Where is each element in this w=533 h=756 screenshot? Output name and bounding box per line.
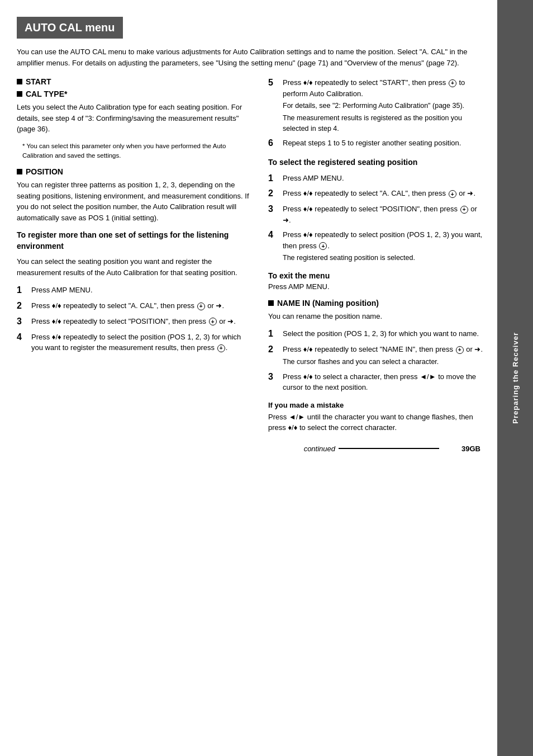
cal-type-square-icon <box>17 91 22 97</box>
name-in-square-icon <box>268 300 274 306</box>
col-left: START CAL TYPE* Lets you select the Auto… <box>17 77 251 433</box>
position-square-icon <box>17 169 22 174</box>
step-item: 4 Press ♦/♦ repeatedly to select positio… <box>268 229 486 263</box>
name-in-heading: NAME IN (Naming position) <box>268 299 486 308</box>
page-title: AUTO CAL menu <box>17 17 123 39</box>
register-more-steps-right: 5 Press ♦/♦ repeatedly to select "START"… <box>268 77 486 149</box>
step-item: 5 Press ♦/♦ repeatedly to select "START"… <box>268 77 486 134</box>
step-item: 1 Select the position (POS 1, 2, 3) for … <box>268 328 486 340</box>
intro-paragraph: You can use the AUTO CAL menu to make va… <box>17 46 486 68</box>
exit-menu-heading: To exit the menu <box>268 271 486 280</box>
sidebar-label: Preparing the Receiver <box>511 332 520 424</box>
circle-plus-icon: + <box>460 206 468 214</box>
if-mistake-heading: If you made a mistake <box>268 401 486 409</box>
register-more-steps: 1 Press AMP MENU. 2 Press ♦/♦ repeatedly… <box>17 285 251 353</box>
step-item: 2 Press ♦/♦ repeatedly to select "A. CAL… <box>268 188 486 200</box>
main-content: AUTO CAL menu You can use the AUTO CAL m… <box>0 0 497 756</box>
page-number: 39GB <box>461 445 480 453</box>
register-more-heading: To register more than one set of setting… <box>17 230 251 252</box>
step-item: 2 Press ♦/♦ repeatedly to select "NAME I… <box>268 344 486 367</box>
continued-line <box>339 448 439 449</box>
if-mistake-body: Press ◄/► until the character you want t… <box>268 412 486 433</box>
continued-text: continued <box>304 445 335 453</box>
position-heading: POSITION <box>17 167 251 176</box>
two-col-layout: START CAL TYPE* Lets you select the Auto… <box>17 77 486 433</box>
circle-plus-icon: + <box>217 344 225 352</box>
sidebar: Preparing the Receiver <box>497 0 533 756</box>
step-item: 3 Press ♦/♦ repeatedly to select "POSITI… <box>268 204 486 225</box>
start-heading: START <box>17 77 251 86</box>
circle-plus-icon: + <box>456 346 464 354</box>
register-more-intro: You can select the seating position you … <box>17 256 251 278</box>
step-item: 1 Press AMP MENU. <box>268 173 486 185</box>
continued-row: continued 39GB <box>17 445 486 453</box>
step-item: 6 Repeat steps 1 to 5 to register anothe… <box>268 138 486 149</box>
select-registered-heading: To select the registered seating positio… <box>268 157 486 168</box>
circle-plus-icon: + <box>319 242 327 250</box>
step-item: 3 Press ♦/♦ to select a character, then … <box>268 371 486 393</box>
exit-menu-body: Press AMP MENU. <box>268 282 486 291</box>
cal-type-footnote: * You can select this parameter only whe… <box>17 141 251 161</box>
select-registered-steps: 1 Press AMP MENU. 2 Press ♦/♦ repeatedly… <box>268 173 486 263</box>
circle-plus-icon: + <box>209 318 217 325</box>
step-item: 2 Press ♦/♦ repeatedly to select "A. CAL… <box>17 300 251 312</box>
name-in-intro: You can rename the position name. <box>268 311 486 322</box>
cal-type-heading: CAL TYPE* <box>17 89 251 98</box>
name-in-steps: 1 Select the position (POS 1, 2, 3) for … <box>268 328 486 393</box>
circle-plus-icon: + <box>197 303 205 310</box>
circle-plus-icon: + <box>449 79 456 87</box>
cal-type-body: Lets you select the Auto Calibration typ… <box>17 102 251 135</box>
position-body: You can register three patterns as posit… <box>17 179 251 223</box>
step-item: 1 Press AMP MENU. <box>17 285 251 296</box>
page-container: AUTO CAL menu You can use the AUTO CAL m… <box>0 0 533 756</box>
col-right: 5 Press ♦/♦ repeatedly to select "START"… <box>268 77 486 433</box>
step-item: 4 Press ♦/♦ repeatedly to select the pos… <box>17 332 251 353</box>
circle-plus-icon: + <box>449 190 456 198</box>
start-square-icon <box>17 79 22 84</box>
step-item: 3 Press ♦/♦ repeatedly to select "POSITI… <box>17 316 251 328</box>
